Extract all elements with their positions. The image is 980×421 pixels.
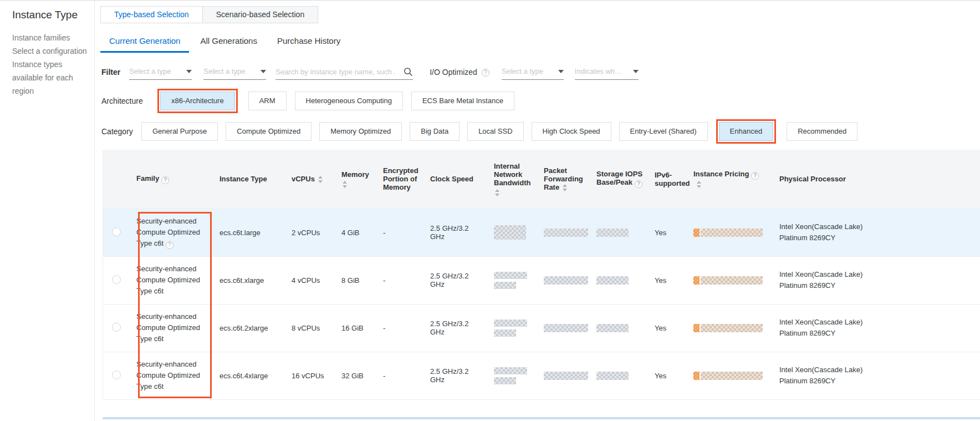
sidebar-item-instance-types-by-region[interactable]: Instance types available for each region: [12, 58, 89, 98]
table-row: Security-enhanced Compute Optimized Type…: [103, 256, 980, 304]
clock-speed-cell: 2.5 GHz/3.2 GHz: [425, 256, 488, 304]
category-option-big-data[interactable]: Big Data: [410, 122, 460, 141]
help-icon[interactable]: ?: [161, 176, 169, 184]
packet-rate-cell-redacted: [538, 209, 591, 256]
tab-type-based-selection[interactable]: Type-based Selection: [100, 6, 203, 23]
family-cell: Security-enhanced Compute Optimized Type…: [131, 256, 214, 304]
category-option-entry-level-shared[interactable]: Entry-Level (Shared): [619, 122, 708, 141]
table-row: Security-enhanced Compute Optimized Type…: [103, 209, 980, 256]
family-cell: Security-enhanced Compute Optimized Type…: [131, 304, 214, 352]
sort-icon[interactable]: [563, 184, 567, 191]
filter-type-select-4[interactable]: Indicates whet...: [575, 67, 639, 80]
header-vcpus: vCPUs: [286, 150, 336, 209]
category-option-high-clock-speed[interactable]: High Clock Speed: [532, 122, 611, 141]
table-row: Security-enhanced Compute Optimized Type…: [103, 304, 980, 352]
vcpus-cell: 4 vCPUs: [286, 256, 336, 304]
architecture-option-ecs-bare-metal[interactable]: ECS Bare Metal Instance: [411, 92, 514, 110]
chevron-down-icon: [633, 70, 639, 73]
instance-type-cell: ecs.c6t.large: [214, 209, 286, 256]
architecture-label: Architecture: [101, 97, 146, 105]
sort-icon[interactable]: [495, 189, 534, 196]
table-row: Security-enhanced Compute Optimized Type…: [103, 352, 980, 399]
pricing-cell-redacted: [688, 352, 771, 399]
instance-search-input[interactable]: [275, 68, 395, 76]
sort-icon[interactable]: [318, 176, 323, 183]
category-option-enhanced[interactable]: Enhanced: [719, 122, 774, 141]
pricing-cell-redacted: [688, 304, 771, 352]
family-cell: Security-enhanced Compute Optimized Type…: [131, 209, 214, 256]
processor-cell: Intel Xeon(Cascade Lake) Platinum 8269CY: [771, 256, 980, 304]
help-icon[interactable]: ?: [635, 180, 642, 188]
sidebar-item-instance-families[interactable]: Instance families: [12, 31, 89, 44]
bandwidth-cell-redacted: [488, 209, 538, 256]
category-option-local-ssd[interactable]: Local SSD: [467, 122, 523, 141]
pricing-cell-redacted: [688, 256, 771, 304]
clock-speed-cell: 2.5 GHz/3.2 GHz: [425, 209, 488, 256]
filter-type-select-2[interactable]: Select a type: [203, 67, 266, 80]
vcpus-cell: 16 vCPUs: [286, 352, 336, 399]
header-instance-pricing: Instance Pricing?: [688, 150, 771, 209]
sort-icon[interactable]: [343, 181, 373, 188]
ipv6-cell: Yes: [649, 304, 688, 352]
category-row: Category General Purpose Compute Optimiz…: [101, 122, 980, 141]
vcpus-cell: 8 vCPUs: [286, 304, 336, 352]
storage-iops-cell-redacted: [591, 209, 649, 256]
filter-type-select-1[interactable]: Select a type: [129, 67, 192, 80]
bandwidth-cell-redacted: [488, 256, 538, 304]
memory-cell: 8 GiB: [336, 256, 377, 304]
tab-purchase-history[interactable]: Purchase History: [268, 36, 349, 53]
generation-tabbar: Current Generation All Generations Purch…: [95, 36, 980, 53]
horizontal-scrollbar[interactable]: [103, 417, 980, 419]
header-packet-rate: Packet Forwarding Rate: [538, 150, 591, 209]
instance-type-cell: ecs.c6t.2xlarge: [214, 304, 286, 352]
search-icon[interactable]: [404, 67, 413, 77]
help-icon[interactable]: ?: [482, 69, 489, 77]
row-radio[interactable]: [112, 275, 121, 284]
header-family: Family?: [131, 150, 214, 209]
sidebar-item-select-configuration[interactable]: Select a configuration: [12, 44, 89, 58]
encrypted-portion-cell: -: [377, 209, 425, 256]
tab-scenario-based-selection[interactable]: Scenario-based Selection: [203, 6, 319, 23]
tab-all-generations[interactable]: All Generations: [191, 36, 266, 53]
filter-type-select-3[interactable]: Select a type: [502, 67, 564, 80]
row-radio[interactable]: [112, 227, 121, 236]
encrypted-portion-cell: -: [377, 352, 425, 399]
row-radio[interactable]: [112, 323, 121, 332]
architecture-option-x86[interactable]: x86-Architecture: [160, 92, 235, 110]
bandwidth-cell-redacted: [488, 352, 538, 399]
encrypted-portion-cell: -: [377, 256, 425, 304]
instance-type-cell: ecs.c6t.4xlarge: [214, 352, 286, 399]
memory-cell: 32 GiB: [336, 352, 377, 399]
processor-cell: Intel Xeon(Cascade Lake) Platinum 8269CY: [771, 304, 980, 352]
header-internal-bandwidth: Internal Network Bandwidth: [488, 150, 538, 209]
memory-cell: 16 GiB: [336, 304, 377, 352]
header-clock-speed: Clock Speed: [425, 150, 488, 209]
chevron-down-icon: [558, 70, 564, 73]
instance-type-cell: ecs.c6t.xlarge: [214, 256, 286, 304]
architecture-option-arm[interactable]: ARM: [248, 92, 287, 110]
header-storage-iops: Storage IOPS Base/Peak?: [591, 150, 649, 209]
ipv6-cell: Yes: [649, 209, 688, 256]
category-option-memory-optimized[interactable]: Memory Optimized: [319, 122, 402, 141]
help-icon[interactable]: ?: [751, 172, 759, 180]
processor-cell: Intel Xeon(Cascade Lake) Platinum 8269CY: [771, 352, 980, 399]
packet-rate-cell-redacted: [538, 352, 591, 399]
instance-table: Family? Instance Type vCPUs Memory Encry…: [103, 150, 980, 400]
tab-current-generation[interactable]: Current Generation: [100, 36, 189, 53]
encrypted-portion-cell: -: [377, 304, 425, 352]
category-label: Category: [101, 127, 132, 136]
help-icon[interactable]: ?: [166, 241, 173, 249]
vcpus-cell: 2 vCPUs: [286, 209, 336, 256]
header-memory: Memory: [336, 150, 377, 209]
sort-icon[interactable]: [697, 181, 701, 188]
ipv6-cell: Yes: [649, 256, 688, 304]
storage-iops-cell-redacted: [591, 352, 649, 399]
ipv6-cell: Yes: [649, 352, 688, 399]
instance-search-box: [275, 67, 413, 80]
architecture-option-heterogeneous-computing[interactable]: Heterogeneous Computing: [295, 92, 403, 110]
filter-label: Filter: [101, 68, 120, 80]
category-option-recommended[interactable]: Recommended: [787, 122, 858, 141]
row-radio[interactable]: [112, 371, 121, 379]
category-option-general-purpose[interactable]: General Purpose: [141, 122, 218, 141]
category-option-compute-optimized[interactable]: Compute Optimized: [226, 122, 312, 141]
